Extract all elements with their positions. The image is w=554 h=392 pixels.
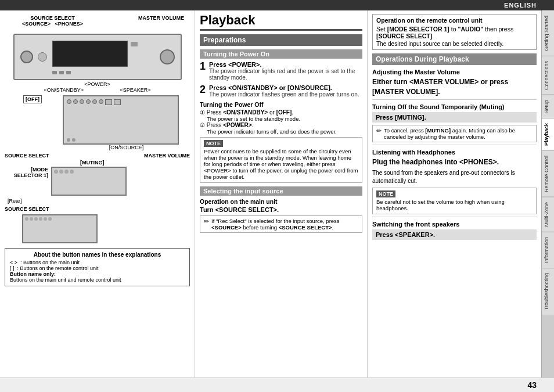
note-line3: Button name only:: [10, 271, 56, 277]
step-2-title: Press <ON/STANDBY> or [ON/SOURCE].: [209, 84, 362, 91]
source-select-label: SOURCE SELECT<SOURCE> <PHONES>: [22, 15, 83, 27]
button-names-note: About the button names in these explanat…: [5, 248, 190, 286]
turn-off-step2b: The power indicator turns off, and so do…: [207, 128, 362, 135]
divider-3: [372, 217, 537, 217]
input-source-header: Selecting the input source: [200, 186, 362, 196]
note-box-power: NOTE Power continues to be supplied to s…: [200, 137, 362, 183]
left-panel: SOURCE SELECT<SOURCE> <PHONES> MASTER VO…: [0, 10, 195, 377]
remote-control-instruction: Set [MODE SELECTOR 1] to "AUDIO" then pr…: [376, 26, 533, 39]
step-1-title: Press <POWER>.: [209, 61, 362, 68]
tab-troubleshooting[interactable]: Troubleshooting: [542, 268, 554, 315]
remote-control-title: Operation on the remote control unit: [376, 17, 533, 24]
tab-connections[interactable]: Connections: [542, 56, 554, 95]
muting-pencil-note: ✏ To cancel, press [MUTING] again. Mutin…: [372, 125, 537, 142]
rear-source-select-label: SOURCE SELECT: [5, 206, 190, 212]
speakers-title: Switching the front speakers: [372, 221, 537, 228]
adjusting-volume-instruction: Either turn <MASTER VOLUME> or press [MA…: [372, 77, 537, 97]
note-line2: [ ] : Buttons on the remote control unit: [10, 265, 99, 271]
turn-off-step1b: The power is set to the standby mode.: [207, 116, 362, 122]
turn-off-step1: Press <ON/STANDBY> or [OFF].: [207, 109, 293, 116]
tab-remote-control[interactable]: Remote Control: [542, 150, 554, 197]
center-panel: Playback Preparations Turning the Power …: [195, 10, 367, 377]
headphones-note-box: NOTE Be careful not to set the volume to…: [372, 188, 537, 214]
muting-label: [MUTING]: [80, 160, 105, 166]
main-unit-op-title: Operation on the main unit: [200, 198, 362, 205]
tab-information[interactable]: Information: [542, 232, 554, 268]
master-volume-side-label: MASTER VOLUME: [144, 153, 190, 159]
headphones-title: Listening with Headphones: [372, 149, 537, 156]
muting-title: Turning Off the Sound Temporarily (Mutin…: [372, 103, 537, 110]
headphones-instruction: Plug the headphones into <PHONES>.: [372, 157, 537, 167]
pencil-note-rec-select: ✏ If "Rec Select" is selected for the in…: [200, 215, 362, 233]
step-1-desc: The power indicator lights red and the p…: [209, 68, 362, 81]
on-source-label: [ON/SOURCE]: [63, 145, 190, 150]
pencil-note-text: If "Rec Select" is selected for the inpu…: [211, 218, 358, 231]
tab-setup[interactable]: Setup: [542, 95, 554, 118]
front-device-diagram: <POWER><ON/STANDBY> <SPEAKER>: [5, 34, 190, 93]
off-label: [OFF]: [23, 95, 42, 103]
tab-playback[interactable]: Playback: [542, 118, 554, 150]
preparations-header: Preparations: [200, 34, 362, 46]
source-select-instruction: Turn <SOURCE SELECT>.: [200, 206, 362, 213]
language-label: ENGLISH: [504, 2, 537, 9]
step-1-num: 1: [200, 61, 206, 71]
adjusting-volume-title: Adjusting the Master Volume: [372, 69, 537, 75]
step-2-desc: The power indicator flashes green and th…: [209, 91, 362, 98]
turning-off-title: Turning the Power Off: [200, 101, 362, 108]
step-2: 2 Press <ON/STANDBY> or [ON/SOURCE]. The…: [200, 84, 362, 98]
note-text: Power continues to be supplied to some o…: [204, 148, 358, 180]
turn-off-step2: Press <POWER>.: [207, 122, 254, 128]
remote-control-section: Operation on the remote control unit Set…: [372, 14, 537, 50]
muting-pencil-icon: ✏: [376, 127, 382, 135]
headphones-note-label: NOTE: [376, 190, 395, 197]
turning-off-list: ① Press <ON/STANDBY> or [OFF]. The power…: [200, 109, 362, 135]
step-1: 1 Press <POWER>. The power indicator lig…: [200, 61, 362, 81]
right-panel: Operation on the remote control unit Set…: [367, 10, 541, 377]
right-sidebar: Getting Started Connections Setup Playba…: [541, 10, 554, 377]
step-2-num: 2: [200, 84, 206, 95]
remote-control-desc: The desired input source can be selected…: [376, 41, 533, 47]
power-callout: <POWER><ON/STANDBY>: [44, 81, 110, 93]
operations-during-playback-header: Operations During Playback: [372, 53, 537, 65]
source-select-side-label: SOURCE SELECT: [5, 153, 57, 159]
pencil-icon: ✏: [204, 218, 209, 225]
mode-selector-label: [MODESELECTOR 1]: [5, 167, 51, 196]
turning-on-header: Turning the Power On: [200, 49, 362, 59]
headphones-note-text: Be careful not to set the volume too hig…: [376, 199, 533, 211]
note-line1: < > : Buttons on the main unit: [10, 260, 80, 265]
bottom-note-title: About the button names in these explanat…: [10, 251, 185, 258]
tab-getting-started[interactable]: Getting Started: [542, 10, 554, 56]
note-line4: Buttons on the main unit and remote cont…: [10, 277, 121, 283]
language-bar: ENGLISH: [0, 0, 554, 10]
page-number: 43: [0, 377, 554, 392]
note-label: NOTE: [204, 140, 223, 147]
divider-1: [372, 99, 537, 100]
headphones-desc: The sound from the speakers and pre-out …: [372, 169, 537, 185]
divider-2: [372, 145, 537, 145]
tab-multi-zone[interactable]: Multi-Zone: [542, 197, 554, 232]
speaker-callout: <SPEAKER>: [120, 87, 150, 93]
muting-note-text: To cancel, press [MUTING] again. Muting …: [384, 127, 533, 140]
rear-label: [Rear]: [8, 198, 190, 204]
speakers-instruction: Press <SPEAKER>.: [372, 229, 537, 240]
master-volume-label-top: MASTER VOLUME: [138, 15, 184, 21]
page-title: Playback: [200, 10, 362, 31]
muting-instruction: Press [MUTING].: [372, 112, 537, 123]
